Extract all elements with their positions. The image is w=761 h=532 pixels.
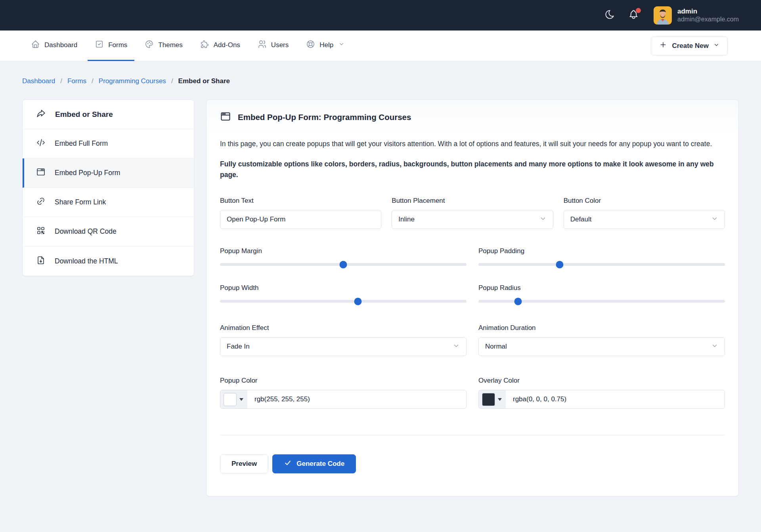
popup-padding-slider[interactable] bbox=[478, 263, 725, 266]
plus-icon bbox=[659, 41, 667, 51]
intro-text-bold: Fully customizable options like colors, … bbox=[220, 159, 725, 180]
breadcrumb-programming-courses[interactable]: Programming Courses bbox=[99, 77, 166, 85]
button-color-select[interactable]: Default bbox=[564, 210, 725, 229]
preview-button[interactable]: Preview bbox=[220, 454, 268, 473]
animation-effect-select[interactable]: Fade In bbox=[220, 337, 467, 356]
user-menu[interactable]: admin admin@example.com bbox=[654, 6, 739, 25]
nav-label: Add-Ons bbox=[214, 41, 240, 49]
button-text-input[interactable] bbox=[220, 210, 381, 229]
popup-color-swatch-button[interactable] bbox=[220, 390, 247, 408]
slider-handle[interactable] bbox=[340, 261, 347, 268]
popup-margin-slider[interactable] bbox=[220, 263, 467, 266]
button-placement-label: Button Placement bbox=[392, 197, 553, 205]
nav-label: Users bbox=[271, 41, 289, 49]
popup-radius-slider[interactable] bbox=[478, 300, 725, 303]
users-icon bbox=[258, 40, 267, 51]
color-swatch bbox=[224, 393, 237, 406]
color-swatch bbox=[482, 393, 495, 406]
nav-item-addons[interactable]: Add-Ons bbox=[193, 31, 247, 61]
overlay-color-swatch-button[interactable] bbox=[479, 390, 506, 408]
nav-label: Forms bbox=[108, 41, 127, 49]
sidebar-item-download-qr-code[interactable]: Download QR Code bbox=[23, 217, 194, 246]
user-email: admin@example.com bbox=[677, 15, 739, 23]
sidebar-item-label: Share Form Link bbox=[55, 198, 106, 206]
chevron-down-icon bbox=[338, 41, 344, 49]
popup-width-slider[interactable] bbox=[220, 300, 467, 303]
embed-popup-form-panel: Embed Pop-Up Form: Programming Courses I… bbox=[206, 99, 739, 496]
breadcrumb-forms[interactable]: Forms bbox=[67, 77, 86, 85]
breadcrumb-separator: / bbox=[92, 77, 94, 85]
breadcrumb-separator: / bbox=[171, 77, 173, 85]
popup-window-icon bbox=[36, 167, 46, 179]
slider-handle[interactable] bbox=[514, 297, 522, 305]
page-title: Embed Pop-Up Form: Programming Courses bbox=[238, 113, 411, 122]
link-icon bbox=[36, 196, 46, 208]
nav-label: Help bbox=[319, 41, 333, 49]
nav-item-dashboard[interactable]: Dashboard bbox=[24, 31, 84, 61]
caret-down-icon bbox=[239, 398, 243, 401]
breadcrumb-dashboard[interactable]: Dashboard bbox=[22, 77, 55, 85]
user-name: admin bbox=[677, 7, 739, 15]
animation-duration-select[interactable]: Normal bbox=[478, 337, 725, 356]
button-color-label: Button Color bbox=[564, 197, 725, 205]
sidebar-item-label: Download QR Code bbox=[55, 227, 117, 236]
slider-handle[interactable] bbox=[556, 261, 564, 268]
chevron-down-icon bbox=[539, 215, 547, 224]
nav-item-forms[interactable]: Forms bbox=[88, 31, 134, 61]
checkbox-icon bbox=[95, 40, 104, 51]
breadcrumb-current: Embed or Share bbox=[178, 77, 230, 85]
check-icon bbox=[284, 459, 292, 469]
notification-badge bbox=[636, 8, 641, 13]
animation-duration-label: Animation Duration bbox=[478, 324, 725, 332]
button-placement-select[interactable]: Inline bbox=[392, 210, 553, 229]
avatar bbox=[654, 6, 672, 25]
nav-item-themes[interactable]: Themes bbox=[138, 31, 189, 61]
nav-item-help[interactable]: Help bbox=[299, 31, 352, 61]
sidebar-item-label: Embed Full Form bbox=[55, 139, 108, 148]
main-nav: Dashboard Forms Themes Add-Ons Users Hel… bbox=[0, 31, 761, 61]
nav-label: Themes bbox=[158, 41, 182, 49]
sidebar-item-embed-popup-form[interactable]: Embed Pop-Up Form bbox=[23, 158, 194, 188]
breadcrumb-separator: / bbox=[60, 77, 62, 85]
moon-icon bbox=[604, 9, 615, 21]
popup-color-value[interactable]: rgb(255, 255, 255) bbox=[247, 390, 466, 408]
popup-padding-label: Popup Padding bbox=[478, 247, 725, 255]
popup-window-icon bbox=[220, 111, 231, 124]
caret-down-icon bbox=[498, 398, 502, 401]
animation-duration-value: Normal bbox=[485, 343, 507, 351]
chevron-down-icon bbox=[453, 342, 460, 351]
generate-code-button[interactable]: Generate Code bbox=[272, 454, 356, 473]
nav-item-users[interactable]: Users bbox=[250, 31, 296, 61]
notifications-button[interactable] bbox=[627, 9, 640, 22]
intro-text: In this page, you can create popups that… bbox=[220, 139, 725, 149]
sidebar-item-embed-full-form[interactable]: Embed Full Form bbox=[23, 129, 194, 158]
nav-label: Dashboard bbox=[44, 41, 77, 49]
sidebar-title: Embed or Share bbox=[23, 100, 194, 129]
popup-color-input: rgb(255, 255, 255) bbox=[220, 390, 467, 409]
sidebar-item-share-form-link[interactable]: Share Form Link bbox=[23, 188, 194, 217]
animation-effect-label: Animation Effect bbox=[220, 324, 467, 332]
overlay-color-input: rgba(0, 0, 0, 0.75) bbox=[478, 390, 725, 409]
breadcrumb: Dashboard / Forms / Programming Courses … bbox=[0, 61, 761, 85]
sidebar-item-download-html[interactable]: Download the HTML bbox=[23, 246, 194, 276]
embed-share-sidebar: Embed or Share Embed Full Form Embed Pop… bbox=[22, 99, 194, 276]
overlay-color-value[interactable]: rgba(0, 0, 0, 0.75) bbox=[506, 390, 725, 408]
create-new-button[interactable]: Create New bbox=[651, 36, 728, 55]
chevron-down-icon bbox=[713, 42, 719, 50]
button-placement-value: Inline bbox=[398, 215, 415, 223]
dark-mode-toggle[interactable] bbox=[603, 9, 616, 22]
share-icon bbox=[36, 109, 46, 120]
create-new-label: Create New bbox=[672, 42, 709, 50]
chevron-down-icon bbox=[711, 342, 718, 351]
puzzle-icon bbox=[200, 40, 209, 51]
button-color-value: Default bbox=[570, 215, 592, 223]
slider-handle[interactable] bbox=[354, 297, 362, 305]
palette-icon bbox=[145, 40, 154, 51]
sidebar-item-label: Embed Pop-Up Form bbox=[55, 169, 120, 177]
file-download-icon bbox=[36, 256, 46, 267]
popup-width-label: Popup Width bbox=[220, 284, 467, 292]
button-text-label: Button Text bbox=[220, 197, 381, 205]
generate-code-label: Generate Code bbox=[296, 460, 344, 468]
animation-effect-value: Fade In bbox=[227, 343, 250, 351]
sidebar-item-label: Download the HTML bbox=[55, 257, 118, 265]
